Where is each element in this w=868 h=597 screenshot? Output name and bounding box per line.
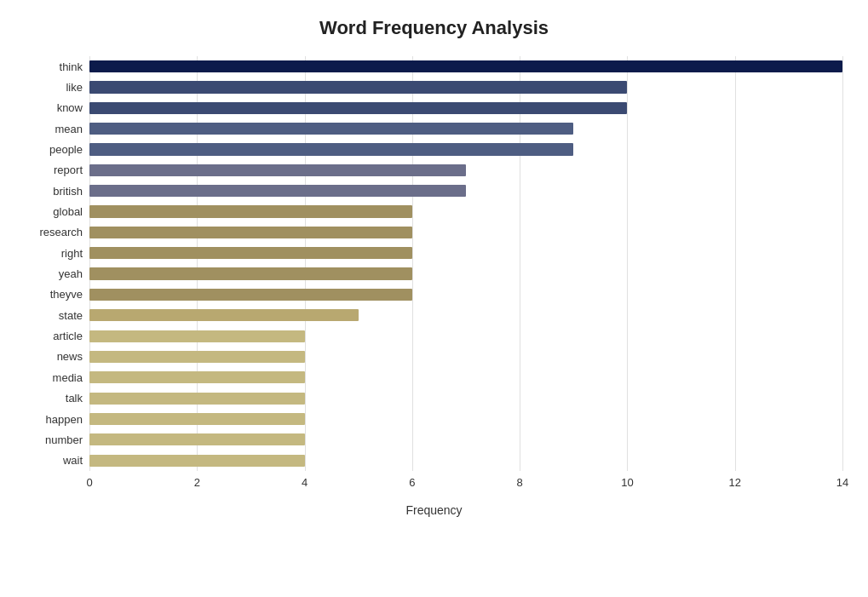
bar-row [89, 367, 842, 387]
bar-row [89, 181, 842, 201]
grid-line [842, 56, 843, 471]
x-axis-area: 02468101214 [26, 474, 842, 500]
x-tick-label: 10 [621, 476, 633, 489]
bars-section: thinklikeknowmeanpeoplereportbritishglob… [26, 56, 842, 471]
bar [89, 227, 412, 238]
bar-row [89, 305, 842, 325]
bar-row [89, 160, 842, 181]
bar-row [89, 139, 842, 159]
y-label: like [26, 77, 89, 97]
y-label: article [26, 325, 89, 346]
y-labels: thinklikeknowmeanpeoplereportbritishglob… [26, 56, 89, 471]
bar [89, 371, 305, 383]
x-tick-label: 0 [86, 476, 92, 489]
bar-row [89, 243, 842, 263]
y-label: global [26, 201, 89, 221]
chart-container: Word Frequency Analysis thinklikeknowmea… [0, 0, 868, 597]
y-label: state [26, 305, 89, 325]
bar [89, 330, 305, 342]
bars-and-grid [89, 56, 842, 471]
bar [89, 205, 412, 217]
bar-row [89, 98, 842, 118]
x-tick-label: 12 [728, 476, 740, 489]
bar [89, 185, 466, 197]
x-tick-label: 4 [302, 476, 308, 489]
y-label: research [26, 222, 89, 243]
y-label: wait [26, 451, 89, 471]
x-tick-label: 2 [194, 476, 200, 489]
y-label: happen [26, 409, 89, 429]
bar [89, 81, 627, 93]
bar [89, 351, 305, 363]
bar-row [89, 429, 842, 450]
bar-row [89, 409, 842, 429]
bar-row [89, 325, 842, 346]
bar-row [89, 284, 842, 305]
y-label: talk [26, 388, 89, 409]
bar [89, 123, 573, 135]
bar [89, 393, 305, 405]
x-axis-title: Frequency [26, 503, 842, 517]
bar-row [89, 263, 842, 284]
bar-row [89, 222, 842, 243]
bar [89, 413, 305, 425]
bar-row [89, 388, 842, 409]
bar [89, 247, 412, 259]
bars-list [89, 56, 842, 471]
y-label: yeah [26, 263, 89, 284]
chart-area: thinklikeknowmeanpeoplereportbritishglob… [26, 56, 842, 517]
y-label: people [26, 139, 89, 159]
bar [89, 60, 842, 72]
y-label: number [26, 429, 89, 450]
bar [89, 289, 412, 301]
x-axis-labels: 02468101214 [89, 474, 842, 500]
y-label: mean [26, 118, 89, 139]
bar-row [89, 347, 842, 367]
x-tick-label: 14 [836, 476, 848, 489]
bar [89, 143, 573, 155]
bar [89, 455, 305, 467]
y-label: british [26, 181, 89, 201]
x-tick-label: 8 [517, 476, 523, 489]
bar-row [89, 77, 842, 97]
y-label: report [26, 160, 89, 181]
y-label: right [26, 243, 89, 263]
bar [89, 433, 305, 445]
x-tick-label: 6 [409, 476, 415, 489]
y-label: theyve [26, 284, 89, 305]
bar [89, 267, 412, 279]
bar-row [89, 118, 842, 139]
bar-row [89, 56, 842, 77]
y-label: think [26, 56, 89, 77]
y-label: know [26, 98, 89, 118]
chart-title: Word Frequency Analysis [26, 17, 842, 39]
y-label: news [26, 347, 89, 367]
bar-row [89, 201, 842, 221]
bar-row [89, 451, 842, 471]
x-axis-spacer [26, 474, 89, 500]
bar [89, 164, 466, 176]
bar [89, 102, 627, 114]
bar [89, 309, 359, 321]
y-label: media [26, 367, 89, 387]
